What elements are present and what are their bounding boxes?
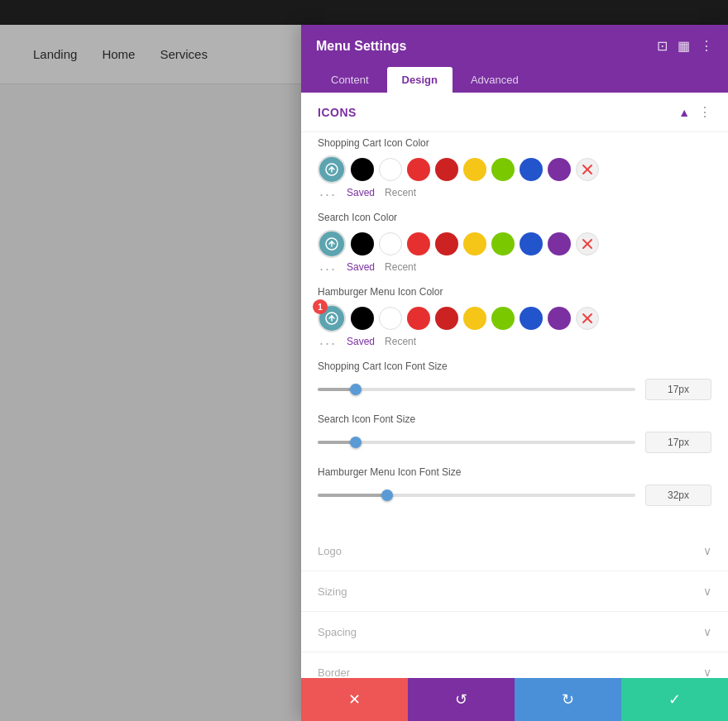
modal-body: Icons ▲ ⋮ Shopping Cart Icon Color bbox=[301, 93, 728, 678]
cart-font-size-thumb[interactable] bbox=[350, 384, 362, 395]
logo-section[interactable]: Logo ∨ bbox=[301, 531, 728, 571]
swatch-black-2[interactable] bbox=[351, 232, 374, 255]
hamburger-font-size-track bbox=[318, 494, 635, 497]
swatch-green-2[interactable] bbox=[491, 232, 515, 255]
swatch-blue-1[interactable] bbox=[520, 158, 543, 181]
hamburger-picker-container: 1 bbox=[318, 304, 346, 332]
saved-label-1[interactable]: Saved bbox=[347, 187, 375, 202]
dots-icon-3[interactable]: ··· bbox=[319, 336, 337, 351]
sizing-section[interactable]: Sizing ∨ bbox=[301, 571, 728, 612]
hamburger-font-size-label: Hamburger Menu Icon Font Size bbox=[318, 466, 711, 478]
modal-header-icons: ⊡ ▦ ⋮ bbox=[657, 38, 713, 54]
hamburger-icon-color-row: 1 bbox=[318, 304, 711, 332]
swatch-red-2[interactable] bbox=[407, 232, 430, 255]
recent-label-1[interactable]: Recent bbox=[385, 187, 416, 202]
swatch-white-3[interactable] bbox=[379, 307, 402, 330]
search-font-size-label: Search Icon Font Size bbox=[318, 413, 711, 425]
hamburger-font-size-value[interactable]: 32px bbox=[645, 485, 711, 506]
swatch-purple-1[interactable] bbox=[548, 158, 571, 181]
cart-font-size-slider-row: 17px bbox=[318, 379, 711, 400]
eraser-btn-1[interactable] bbox=[576, 158, 599, 181]
search-icon-color-meta: ··· Saved Recent bbox=[318, 261, 711, 276]
icons-chevron-icon[interactable]: ▲ bbox=[678, 106, 690, 119]
cancel-button[interactable]: ✕ bbox=[301, 678, 408, 721]
hamburger-icon-color-meta: ··· Saved Recent bbox=[318, 336, 711, 351]
swatch-yellow-1[interactable] bbox=[463, 158, 486, 181]
swatch-yellow-2[interactable] bbox=[463, 232, 486, 255]
swatch-blue-2[interactable] bbox=[520, 232, 543, 255]
swatch-black-1[interactable] bbox=[351, 158, 374, 181]
eraser-btn-3[interactable] bbox=[576, 307, 599, 330]
swatch-darkred-1[interactable] bbox=[435, 158, 458, 181]
section-controls: ▲ ⋮ bbox=[678, 104, 711, 120]
eraser-btn-2[interactable] bbox=[576, 232, 599, 255]
search-color-picker[interactable] bbox=[318, 230, 346, 258]
redo-button[interactable]: ↻ bbox=[515, 678, 621, 721]
sizing-section-title: Sizing bbox=[318, 585, 347, 598]
search-icon-color-row bbox=[318, 230, 711, 258]
border-section[interactable]: Border ∨ bbox=[301, 652, 728, 678]
swatch-green-3[interactable] bbox=[491, 307, 515, 330]
screen-icon[interactable]: ⊡ bbox=[657, 38, 668, 54]
icons-section-content: Shopping Cart Icon Color bbox=[301, 132, 728, 531]
swatch-darkred-2[interactable] bbox=[435, 232, 458, 255]
search-font-size-value[interactable]: 17px bbox=[645, 432, 711, 453]
shopping-cart-color-label: Shopping Cart Icon Color bbox=[318, 137, 711, 149]
swatch-red-3[interactable] bbox=[407, 307, 430, 330]
sizing-chevron-icon: ∨ bbox=[703, 585, 711, 598]
tab-content[interactable]: Content bbox=[316, 67, 384, 93]
shopping-cart-color-row bbox=[318, 155, 711, 184]
spacing-section[interactable]: Spacing ∨ bbox=[301, 612, 728, 652]
top-bar bbox=[0, 0, 728, 25]
tabs: Content Design Advanced bbox=[301, 67, 728, 93]
columns-icon[interactable]: ▦ bbox=[678, 38, 690, 54]
icons-menu-icon[interactable]: ⋮ bbox=[698, 104, 711, 120]
swatch-purple-2[interactable] bbox=[548, 232, 571, 255]
more-icon[interactable]: ⋮ bbox=[700, 38, 713, 54]
search-icon-color-label: Search Icon Color bbox=[318, 212, 711, 223]
swatch-white-1[interactable] bbox=[379, 158, 402, 181]
swatch-black-3[interactable] bbox=[351, 307, 374, 330]
hamburger-icon-color-label: Hamburger Menu Icon Color bbox=[318, 286, 711, 298]
logo-chevron-icon: ∨ bbox=[703, 544, 711, 557]
recent-label-3[interactable]: Recent bbox=[385, 336, 416, 351]
undo-button[interactable]: ↺ bbox=[408, 678, 515, 721]
modal-header: Menu Settings ⊡ ▦ ⋮ bbox=[301, 25, 728, 67]
tab-design[interactable]: Design bbox=[387, 67, 453, 93]
search-font-size-track bbox=[318, 441, 635, 444]
shopping-cart-color-meta: ··· Saved Recent bbox=[318, 187, 711, 202]
swatch-red-1[interactable] bbox=[407, 158, 430, 181]
shopping-cart-color-field: Shopping Cart Icon Color bbox=[318, 137, 711, 202]
saved-label-3[interactable]: Saved bbox=[347, 336, 375, 351]
hamburger-font-size-slider-row: 32px bbox=[318, 485, 711, 506]
swatch-green-1[interactable] bbox=[491, 158, 515, 181]
hamburger-font-size-fill bbox=[318, 494, 387, 497]
spacing-section-title: Spacing bbox=[318, 626, 357, 638]
swatch-yellow-3[interactable] bbox=[463, 307, 486, 330]
icons-section-header: Icons ▲ ⋮ bbox=[301, 93, 728, 132]
tab-advanced[interactable]: Advanced bbox=[456, 67, 534, 93]
save-button[interactable]: ✓ bbox=[621, 678, 728, 721]
hamburger-font-size-thumb[interactable] bbox=[381, 489, 393, 501]
cart-font-size-value[interactable]: 17px bbox=[645, 379, 711, 400]
swatch-purple-3[interactable] bbox=[548, 307, 571, 330]
notification-badge: 1 bbox=[313, 299, 328, 314]
border-chevron-icon: ∨ bbox=[703, 666, 711, 678]
cart-font-size-track bbox=[318, 388, 635, 391]
swatch-blue-3[interactable] bbox=[520, 307, 543, 330]
dots-icon-2[interactable]: ··· bbox=[319, 261, 337, 276]
swatch-darkred-3[interactable] bbox=[435, 307, 458, 330]
recent-label-2[interactable]: Recent bbox=[385, 261, 416, 276]
modal-panel: Menu Settings ⊡ ▦ ⋮ Content Design Advan… bbox=[301, 25, 728, 721]
search-font-size-thumb[interactable] bbox=[350, 437, 362, 448]
saved-label-2[interactable]: Saved bbox=[347, 261, 375, 276]
logo-section-title: Logo bbox=[318, 545, 342, 557]
dots-icon-1[interactable]: ··· bbox=[319, 187, 337, 202]
border-section-title: Border bbox=[318, 666, 350, 679]
swatch-white-2[interactable] bbox=[379, 232, 402, 255]
search-font-size-slider-row: 17px bbox=[318, 432, 711, 453]
cart-font-size-field: Shopping Cart Icon Font Size 17px bbox=[318, 360, 711, 400]
cart-font-size-label: Shopping Cart Icon Font Size bbox=[318, 360, 711, 372]
shopping-cart-color-picker[interactable] bbox=[318, 155, 346, 184]
modal-title: Menu Settings bbox=[316, 39, 406, 54]
